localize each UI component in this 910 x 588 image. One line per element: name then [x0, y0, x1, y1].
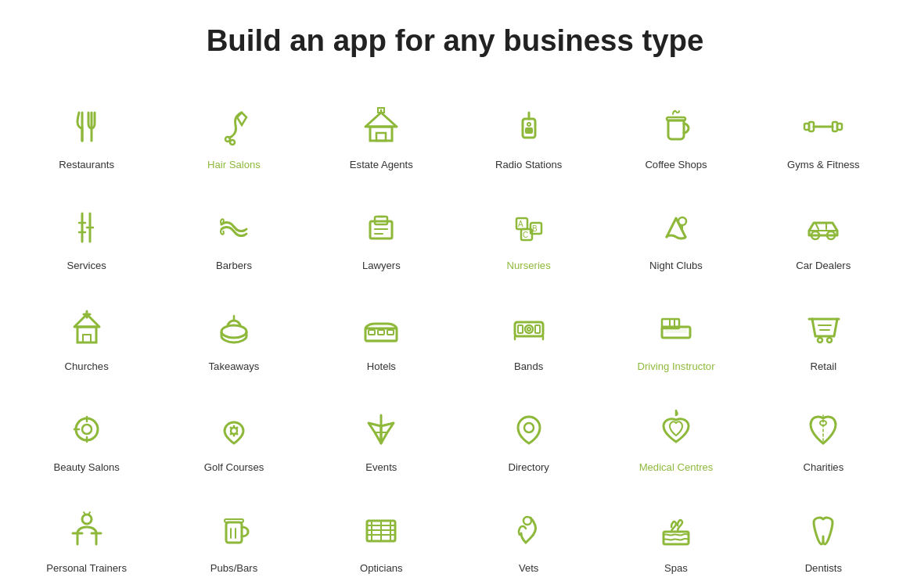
item-personal-trainers[interactable]: Personal Trainers	[17, 493, 156, 586]
golf-courses-label: Golf Courses	[204, 461, 264, 474]
svg-point-79	[232, 425, 235, 428]
svg-point-103	[523, 517, 531, 525]
hair-salons-label: Hair Salons	[207, 158, 261, 171]
svg-rect-17	[804, 124, 809, 130]
svg-point-78	[236, 427, 238, 429]
svg-rect-14	[667, 117, 685, 120]
night-clubs-label: Night Clubs	[649, 259, 703, 272]
car-dealers-icon	[800, 204, 847, 251]
item-barbers[interactable]: Barbers	[164, 190, 304, 283]
svg-point-85	[524, 423, 534, 432]
svg-rect-56	[518, 325, 523, 333]
svg-point-80	[232, 435, 235, 437]
gyms-fitness-label: Gyms & Fitness	[787, 158, 860, 171]
nurseries-icon: A B C	[505, 204, 552, 251]
svg-point-54	[525, 325, 533, 333]
events-icon	[358, 406, 405, 453]
svg-rect-19	[837, 124, 842, 130]
svg-rect-57	[535, 325, 540, 333]
hotels-label: Hotels	[367, 360, 396, 373]
item-spas[interactable]: Spas	[606, 493, 746, 586]
driving-instructor-icon	[653, 305, 700, 352]
item-radio-stations[interactable]: Radio Stations	[459, 89, 598, 182]
lawyers-label: Lawyers	[362, 259, 401, 272]
takeaways-label: Takeaways	[209, 360, 260, 373]
gyms-fitness-icon	[800, 103, 847, 150]
item-charities[interactable]: Charities	[754, 392, 893, 485]
opticians-icon	[358, 507, 405, 554]
business-type-grid: Restaurants Hair Salons Estate Age	[17, 89, 894, 586]
item-hair-salons[interactable]: Hair Salons	[164, 89, 304, 182]
car-dealers-label: Car Dealers	[796, 259, 851, 272]
item-opticians[interactable]: Opticians	[311, 493, 451, 586]
radio-stations-label: Radio Stations	[495, 158, 562, 171]
radio-stations-icon	[505, 103, 552, 150]
golf-courses-icon	[210, 406, 257, 453]
svg-rect-12	[526, 128, 532, 133]
personal-trainers-icon	[63, 507, 110, 554]
pubs-bars-label: Pubs/Bars	[210, 561, 257, 575]
item-coffee-shops[interactable]: Coffee Shops	[606, 89, 746, 182]
item-vets[interactable]: Vets	[459, 493, 598, 586]
estate-agents-label: Estate Agents	[350, 158, 413, 171]
item-dentists[interactable]: Dentists	[754, 493, 893, 586]
charities-label: Charities	[803, 461, 843, 474]
item-pubs-bars[interactable]: Pubs/Bars	[164, 493, 304, 586]
barbers-icon	[210, 204, 257, 251]
item-driving-instructor[interactable]: Driving Instructor	[606, 291, 746, 384]
svg-point-67	[818, 338, 822, 342]
item-directory[interactable]: Directory	[459, 392, 598, 485]
events-label: Events	[365, 461, 397, 474]
svg-point-81	[229, 433, 232, 436]
item-estate-agents[interactable]: Estate Agents	[311, 89, 451, 182]
vets-icon	[505, 507, 552, 554]
item-golf-courses[interactable]: Golf Courses	[164, 392, 304, 485]
hair-salons-icon	[210, 103, 257, 150]
hotels-icon	[358, 305, 405, 352]
item-gyms-fitness[interactable]: Gyms & Fitness	[754, 89, 893, 182]
coffee-shops-label: Coffee Shops	[645, 158, 707, 171]
svg-text:A: A	[518, 220, 523, 228]
svg-rect-51	[387, 330, 394, 335]
item-nurseries[interactable]: A B C Nurseries	[459, 190, 598, 283]
item-restaurants[interactable]: Restaurants	[17, 89, 156, 182]
svg-text:C: C	[523, 231, 528, 239]
item-night-clubs[interactable]: Night Clubs	[606, 190, 746, 283]
svg-point-72	[82, 425, 92, 434]
item-churches[interactable]: Churches	[17, 291, 156, 384]
item-events[interactable]: Events	[311, 392, 451, 485]
svg-point-46	[221, 325, 246, 338]
nurseries-label: Nurseries	[507, 259, 551, 272]
estate-agents-icon	[358, 103, 405, 150]
item-car-dealers[interactable]: Car Dealers	[754, 190, 893, 283]
retail-icon	[800, 305, 847, 352]
restaurants-label: Restaurants	[59, 158, 114, 171]
svg-marker-5	[365, 113, 397, 127]
item-medical-centres[interactable]: Medical Centres	[606, 392, 746, 485]
lawyers-icon	[358, 204, 405, 251]
item-bands[interactable]: Bands	[459, 291, 598, 384]
beauty-salons-label: Beauty Salons	[53, 461, 120, 474]
bands-label: Bands	[514, 360, 543, 373]
restaurants-icon	[63, 103, 110, 150]
directory-label: Directory	[508, 461, 549, 474]
bands-icon	[505, 305, 552, 352]
vets-label: Vets	[519, 561, 539, 575]
takeaways-icon	[210, 305, 257, 352]
retail-label: Retail	[811, 360, 837, 373]
item-takeaways[interactable]: Takeaways	[164, 291, 304, 384]
spas-label: Spas	[664, 561, 688, 575]
medical-centres-label: Medical Centres	[639, 461, 714, 474]
item-hotels[interactable]: Hotels	[311, 291, 451, 384]
item-services[interactable]: Services	[17, 190, 156, 283]
svg-rect-53	[515, 322, 543, 336]
svg-rect-63	[665, 327, 687, 333]
item-beauty-salons[interactable]: Beauty Salons	[17, 392, 156, 485]
item-retail[interactable]: Retail	[754, 291, 893, 384]
item-lawyers[interactable]: Lawyers	[311, 190, 451, 283]
night-clubs-icon	[653, 204, 700, 251]
svg-point-76	[231, 428, 237, 434]
svg-rect-92	[226, 522, 242, 543]
svg-rect-93	[225, 519, 243, 522]
svg-point-13	[527, 123, 531, 126]
